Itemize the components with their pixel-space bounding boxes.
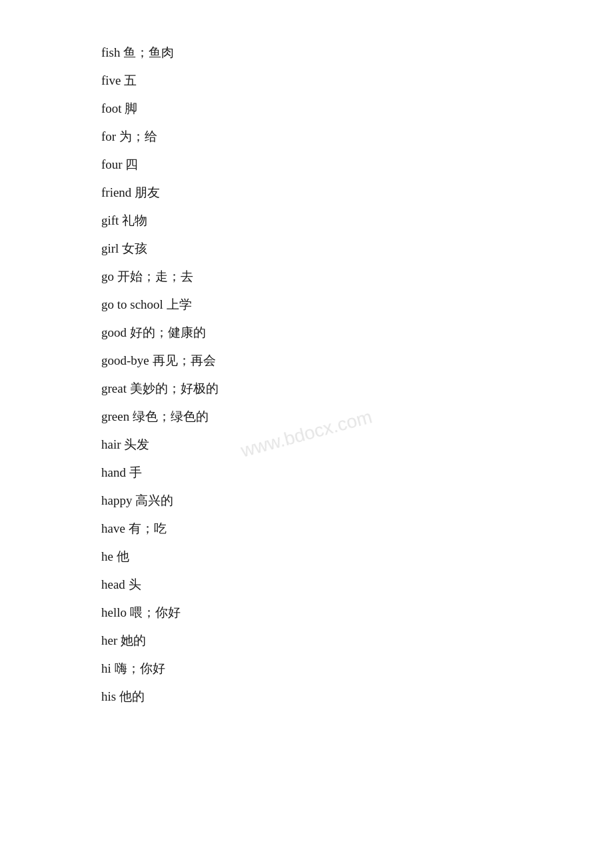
chinese-meaning: 头 <box>129 577 141 591</box>
english-word: fish <box>101 45 123 59</box>
list-item: great 美妙的；好极的 <box>101 376 512 401</box>
list-item: happy 高兴的 <box>101 488 512 513</box>
list-item: head 头 <box>101 572 512 597</box>
list-item: hello 喂；你好 <box>101 600 512 625</box>
chinese-meaning: 好的；健康的 <box>130 325 206 339</box>
chinese-meaning: 喂；你好 <box>130 605 181 619</box>
chinese-meaning: 她的 <box>121 633 146 647</box>
list-item: he 他 <box>101 544 512 569</box>
chinese-meaning: 头发 <box>124 437 149 451</box>
english-word: her <box>101 633 121 647</box>
list-item: gift 礼物 <box>101 208 512 233</box>
english-word: girl <box>101 241 122 255</box>
list-item: hair 头发 <box>101 432 512 457</box>
list-item: hand 手 <box>101 460 512 485</box>
chinese-meaning: 绿色；绿色的 <box>133 409 209 423</box>
chinese-meaning: 朋友 <box>135 185 160 199</box>
english-word: great <box>101 381 130 395</box>
english-word: head <box>101 577 129 591</box>
list-item: green 绿色；绿色的 <box>101 404 512 429</box>
chinese-meaning: 有；吃 <box>129 521 167 535</box>
english-word: go <box>101 269 117 283</box>
english-word: hi <box>101 661 115 675</box>
english-word: hair <box>101 437 124 451</box>
list-item: girl 女孩 <box>101 236 512 261</box>
english-word: have <box>101 521 129 535</box>
chinese-meaning: 女孩 <box>122 241 147 255</box>
chinese-meaning: 嗨；你好 <box>115 661 165 675</box>
list-item: foot 脚 <box>101 96 512 121</box>
list-item: five 五 <box>101 68 512 93</box>
list-item: hi 嗨；你好 <box>101 656 512 681</box>
list-item: good 好的；健康的 <box>101 320 512 345</box>
list-item: have 有；吃 <box>101 516 512 541</box>
chinese-meaning: 四 <box>125 157 138 171</box>
chinese-meaning: 上学 <box>167 297 192 311</box>
list-item: her 她的 <box>101 628 512 653</box>
chinese-meaning: 五 <box>124 73 137 87</box>
chinese-meaning: 为；给 <box>119 129 157 143</box>
english-word: gift <box>101 213 122 227</box>
chinese-meaning: 开始；走；去 <box>117 269 193 283</box>
english-word: four <box>101 157 125 171</box>
list-item: friend 朋友 <box>101 180 512 205</box>
chinese-meaning: 他的 <box>119 689 145 703</box>
english-word: hand <box>101 465 129 479</box>
chinese-meaning: 他 <box>117 549 129 563</box>
chinese-meaning: 再见；再会 <box>153 353 216 367</box>
english-word: he <box>101 549 117 563</box>
english-word: his <box>101 689 119 703</box>
list-item: for 为；给 <box>101 124 512 149</box>
list-item: fish 鱼；鱼肉 <box>101 40 512 65</box>
english-word: friend <box>101 185 135 199</box>
english-word: good-bye <box>101 353 153 367</box>
chinese-meaning: 手 <box>129 465 142 479</box>
chinese-meaning: 礼物 <box>122 213 147 227</box>
chinese-meaning: 脚 <box>125 101 137 115</box>
english-word: for <box>101 129 119 143</box>
english-word: green <box>101 409 133 423</box>
english-word: go to school <box>101 297 167 311</box>
english-word: hello <box>101 605 130 619</box>
chinese-meaning: 美妙的；好极的 <box>130 381 219 395</box>
list-item: go 开始；走；去 <box>101 264 512 289</box>
chinese-meaning: 鱼；鱼肉 <box>123 45 174 59</box>
english-word: happy <box>101 493 135 507</box>
list-item: go to school 上学 <box>101 292 512 317</box>
list-item: his 他的 <box>101 684 512 709</box>
chinese-meaning: 高兴的 <box>135 493 173 507</box>
english-word: foot <box>101 101 125 115</box>
list-item: four 四 <box>101 152 512 177</box>
vocab-list: fish 鱼；鱼肉five 五foot 脚for 为；给four 四friend… <box>0 0 613 752</box>
list-item: good-bye 再见；再会 <box>101 348 512 373</box>
english-word: five <box>101 73 124 87</box>
english-word: good <box>101 325 130 339</box>
